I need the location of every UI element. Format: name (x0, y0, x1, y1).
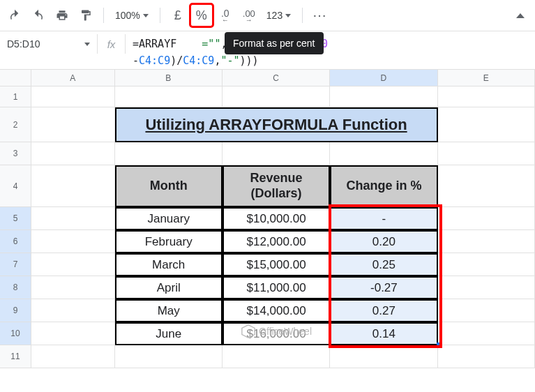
column-headers: A B C D E (31, 70, 535, 86)
print-button[interactable] (52, 5, 73, 26)
cell-c9[interactable]: $14,000.00 (223, 299, 330, 322)
spreadsheet-grid[interactable]: A B C D E 1 2 3 4 5 6 7 8 9 10 11 Utiliz… (0, 70, 535, 392)
cell-e3[interactable] (438, 142, 535, 165)
cell-c6[interactable]: $12,000.00 (223, 230, 330, 253)
cell-b11[interactable] (115, 345, 223, 368)
cell-c1[interactable] (223, 86, 330, 107)
cell-d3[interactable] (330, 142, 437, 165)
cell-b1[interactable] (115, 86, 223, 107)
cell-e6[interactable] (438, 230, 535, 253)
cell-b5[interactable]: January (115, 207, 223, 230)
fx-icon: fx (98, 34, 126, 54)
header-revenue[interactable]: Revenue (Dollars) (223, 165, 330, 207)
chevron-down-icon (143, 14, 149, 17)
tooltip: Format as per cent (225, 32, 324, 54)
cell-d11[interactable] (330, 345, 437, 368)
colhead-a[interactable]: A (31, 70, 115, 86)
decrease-decimal-button[interactable]: .0 ← (215, 5, 236, 26)
separator (103, 8, 104, 23)
cell-e1[interactable] (438, 86, 535, 107)
rowhead-2[interactable]: 2 (0, 107, 31, 142)
row-headers: 1 2 3 4 5 6 7 8 9 10 11 (0, 86, 31, 368)
cell-e10[interactable] (438, 322, 535, 345)
cell-a11[interactable] (31, 345, 115, 368)
cell-b9[interactable]: May (115, 299, 223, 322)
colhead-e[interactable]: E (438, 70, 535, 86)
name-box[interactable]: D5:D10 (0, 34, 98, 54)
header-change[interactable]: Change in % (330, 165, 437, 207)
cell-b10[interactable]: June (115, 322, 223, 345)
title-cell[interactable]: Utilizing ARRAYFORMULA Function (115, 107, 438, 142)
more-button[interactable]: ⋯ (310, 5, 331, 26)
more-formats-dropdown[interactable]: 123 (262, 10, 295, 21)
format-percent-button[interactable]: % (191, 5, 212, 26)
cell-e7[interactable] (438, 253, 535, 276)
colhead-b[interactable]: B (115, 70, 223, 86)
undo-button[interactable] (4, 5, 25, 26)
cell-e8[interactable] (438, 276, 535, 299)
rowhead-4[interactable]: 4 (0, 165, 31, 207)
cell-a9[interactable] (31, 299, 115, 322)
rowhead-7[interactable]: 7 (0, 253, 31, 276)
cell-e5[interactable] (438, 207, 535, 230)
cell-b6[interactable]: February (115, 230, 223, 253)
colhead-d[interactable]: D (330, 70, 437, 86)
cell-c11[interactable] (223, 345, 330, 368)
cell-d9[interactable]: 0.27 (330, 299, 437, 322)
formula-input[interactable]: =ARRAYF 10)="",,IFERROR((C5:C10 -C4:C9)/… (126, 31, 535, 73)
separator (160, 8, 160, 23)
cell-c8[interactable]: $11,000.00 (223, 276, 330, 299)
rowhead-3[interactable]: 3 (0, 142, 31, 165)
cell-e4[interactable] (438, 165, 535, 207)
cells-area: Utilizing ARRAYFORMULA Function Month Re… (31, 86, 535, 368)
header-month[interactable]: Month (115, 165, 223, 207)
rowhead-11[interactable]: 11 (0, 345, 31, 368)
redo-button[interactable] (28, 5, 49, 26)
zoom-value: 100% (115, 10, 140, 21)
cell-b7[interactable]: March (115, 253, 223, 276)
chevron-up-icon (516, 13, 525, 18)
cell-d5[interactable]: - (330, 207, 437, 230)
rowhead-9[interactable]: 9 (0, 299, 31, 322)
colhead-c[interactable]: C (223, 70, 330, 86)
cell-d6[interactable]: 0.20 (330, 230, 437, 253)
cell-d7[interactable]: 0.25 (330, 253, 437, 276)
rowhead-1[interactable]: 1 (0, 86, 31, 107)
cell-e2[interactable] (438, 107, 535, 142)
cell-a6[interactable] (31, 230, 115, 253)
cell-a1[interactable] (31, 86, 115, 107)
select-all-corner[interactable] (0, 70, 31, 86)
format-currency-button[interactable]: £ (167, 5, 188, 26)
rowhead-8[interactable]: 8 (0, 276, 31, 299)
cell-c7[interactable]: $15,000.00 (223, 253, 330, 276)
rowhead-6[interactable]: 6 (0, 230, 31, 253)
toolbar: 100% £ % .0 ← .00 → 123 ⋯ (0, 0, 535, 31)
collapse-button[interactable] (510, 5, 531, 26)
paint-format-button[interactable] (75, 5, 96, 26)
cell-a8[interactable] (31, 276, 115, 299)
cell-a3[interactable] (31, 142, 115, 165)
cell-e11[interactable] (438, 345, 535, 368)
cell-b8[interactable]: April (115, 276, 223, 299)
cell-a2[interactable] (31, 107, 115, 142)
cell-a4[interactable] (31, 165, 115, 207)
cell-a7[interactable] (31, 253, 115, 276)
cell-c3[interactable] (223, 142, 330, 165)
cell-c10[interactable]: $16,000.00 (223, 322, 330, 345)
cell-d10[interactable]: 0.14 (330, 322, 437, 345)
selection-handle[interactable] (437, 342, 442, 348)
rowhead-10[interactable]: 10 (0, 322, 31, 345)
cell-a5[interactable] (31, 207, 115, 230)
chevron-down-icon (285, 14, 291, 17)
increase-decimal-button[interactable]: .00 → (239, 5, 259, 26)
zoom-dropdown[interactable]: 100% (111, 10, 153, 21)
separator (302, 8, 303, 23)
chevron-down-icon (84, 43, 90, 46)
cell-a10[interactable] (31, 322, 115, 345)
cell-d8[interactable]: -0.27 (330, 276, 437, 299)
cell-e9[interactable] (438, 299, 535, 322)
cell-c5[interactable]: $10,000.00 (223, 207, 330, 230)
cell-b3[interactable] (115, 142, 223, 165)
rowhead-5[interactable]: 5 (0, 207, 31, 230)
cell-d1[interactable] (330, 86, 437, 107)
